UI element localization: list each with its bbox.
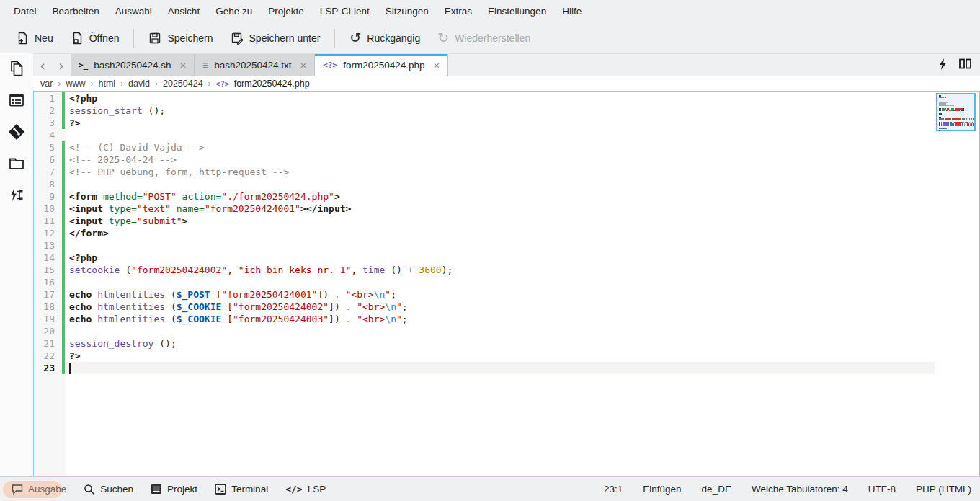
breadcrumb-item[interactable]: html [98,79,115,89]
status-input-mode[interactable]: Einfügen [643,484,681,495]
gutter-line[interactable]: 20 [34,325,66,337]
code-line-5[interactable]: <!-- (C) David Vajda --> [66,141,935,154]
gutter-line[interactable]: 2 [34,105,66,117]
menu-hilfe[interactable]: Hilfe [554,0,589,22]
search-tool-button[interactable]: Suchen [76,480,141,499]
text-file-icon: ≡ [202,60,208,71]
undo-button[interactable]: ↺ Rückgängig [341,26,429,50]
menu-projekte[interactable]: Projekte [260,0,312,22]
lsp-tool-button[interactable]: </> LSP [278,480,333,499]
code-line-11[interactable]: <input type="submit"> [66,215,935,227]
code-line-9[interactable]: <form method="POST" action="./form202504… [66,190,935,203]
quick-open-button[interactable] [938,58,948,73]
breadcrumb-item[interactable]: var [40,79,53,89]
gutter-line[interactable]: 17 [34,288,66,301]
code-line-3[interactable]: ?> [66,117,935,129]
save-button[interactable]: Speichern [140,26,221,50]
tab-close-icon[interactable]: × [434,60,440,71]
open-button[interactable]: Öffnen [62,26,128,50]
breadcrumb-item[interactable]: 20250424 [163,79,203,89]
project-list-icon [151,484,162,495]
code-line-10[interactable]: <input type="text" name="form20250424001… [66,203,935,215]
code-line-13[interactable] [66,239,935,252]
tab-back-button[interactable]: ‹ [33,54,52,76]
code-line-7[interactable]: <!-- PHP uebung, form, http-request --> [66,166,935,178]
gutter-line[interactable]: 22 [34,350,66,362]
gutter-line[interactable]: 12 [34,227,66,239]
code-line-15[interactable]: setcookie ("form20250424002", "ich bin k… [66,264,935,276]
gutter-line[interactable]: 4 [34,129,66,141]
output-tool-button[interactable]: Ausgabe [4,480,74,499]
code-line-22[interactable]: ?> [66,350,935,362]
gutter-line[interactable]: 15 [34,264,66,276]
toolbar-separator [334,29,335,48]
gutter-line[interactable]: 7 [34,166,66,178]
code-line-17[interactable]: echo htmlentities ($_POST ["form20250424… [66,288,935,301]
code-line-12[interactable]: </form> [66,227,935,239]
gutter-line[interactable]: 14 [34,252,66,264]
save-as-button[interactable]: Speichern unter [222,26,329,50]
status-encoding[interactable]: UTF-8 [868,484,896,495]
gutter-line[interactable]: 6 [34,154,66,166]
tab-forward-button[interactable]: › [52,54,71,76]
project-tool-button[interactable]: Projekt [143,480,205,499]
code-line-18[interactable]: echo htmlentities ($_COOKIE ["form202504… [66,301,935,313]
gutter-line[interactable]: 3 [34,117,66,129]
menu-bearbeiten[interactable]: Bearbeiten [45,0,107,22]
code-line-21[interactable]: session_destroy (); [66,337,935,350]
status-cursor-position[interactable]: 23:1 [604,484,623,495]
breadcrumb-file[interactable]: form20250424.php [234,79,310,89]
code-line-23[interactable] [66,362,935,374]
code-line-8[interactable] [66,178,935,190]
gutter-line[interactable]: 16 [34,276,66,288]
code-line-4[interactable] [66,129,935,141]
external-tools-tool-button[interactable] [0,181,33,213]
gutter-line[interactable]: 5 [34,141,66,154]
menu-einstellungen[interactable]: Einstellungen [480,0,554,22]
terminal-tool-button[interactable]: Terminal [208,480,275,499]
tab-close-icon[interactable]: × [180,60,187,71]
menu-gehe-zu[interactable]: Gehe zu [208,0,260,22]
gutter-line[interactable]: 21 [34,337,66,350]
gutter-line[interactable]: 13 [34,239,66,252]
line-number-gutter[interactable]: 1234567891011121314151617181920212223 [34,92,66,476]
documents-tool-button[interactable] [0,54,33,86]
menu-lsp-client[interactable]: LSP-CLient [312,0,378,22]
code-line-20[interactable] [66,325,935,337]
breadcrumb-item[interactable]: www [66,79,85,89]
status-dictionary[interactable]: de_DE [702,484,731,495]
code-line-19[interactable]: echo htmlentities ($_COOKIE ["form202504… [66,313,935,325]
gutter-line[interactable]: 23 [34,362,66,374]
code-line-2[interactable]: session_start (); [66,105,935,117]
gutter-line[interactable]: 19 [34,313,66,325]
menu-auswahl[interactable]: Auswahl [107,0,160,22]
code-line-16[interactable] [66,276,935,288]
gutter-line[interactable]: 18 [34,301,66,313]
menu-ansicht[interactable]: Ansicht [160,0,208,22]
git-tool-button[interactable] [0,118,33,149]
gutter-line[interactable]: 9 [34,190,66,203]
code-line-1[interactable]: <?php [66,92,935,105]
menu-extras[interactable]: Extras [437,0,480,22]
tab-close-icon[interactable]: × [300,60,307,71]
gutter-line[interactable]: 11 [34,215,66,227]
tab-bash20250424-sh[interactable]: >_ bash20250424.sh × [71,54,195,76]
tab-bash20250424-txt[interactable]: ≡ bash20250424.txt × [195,54,315,76]
split-view-button[interactable] [959,58,971,72]
code-area[interactable]: <?phpsession_start ();?><!-- (C) David V… [66,92,935,476]
minimap[interactable] [935,92,979,476]
status-highlight-mode[interactable]: PHP (HTML) [916,484,971,495]
outline-tool-button[interactable] [0,86,33,118]
code-line-6[interactable]: <!-- 2025-04-24 --> [66,154,935,166]
menu-sitzungen[interactable]: Sitzungen [378,0,437,22]
gutter-line[interactable]: 1 [34,92,66,105]
status-tab-mode[interactable]: Weiche Tabulatoren: 4 [752,484,848,495]
menu-datei[interactable]: Datei [6,0,45,22]
gutter-line[interactable]: 8 [34,178,66,190]
gutter-line[interactable]: 10 [34,203,66,215]
new-button[interactable]: Neu [7,26,62,50]
filesystem-tool-button[interactable] [0,149,33,181]
code-line-14[interactable]: <?php [66,252,935,264]
breadcrumb-item[interactable]: david [128,79,150,89]
tab-form20250424-php[interactable]: <?> form20250424.php × [315,54,448,76]
